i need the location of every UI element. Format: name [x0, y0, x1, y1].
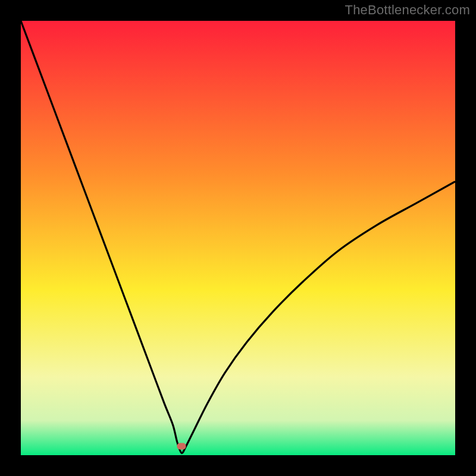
plot-area: [21, 21, 455, 455]
optimal-point-marker: [177, 443, 186, 450]
watermark-text: TheBottlenecker.com: [345, 2, 470, 18]
bottleneck-curve: [21, 21, 455, 455]
chart-outer-frame: TheBottlenecker.com: [0, 0, 476, 476]
